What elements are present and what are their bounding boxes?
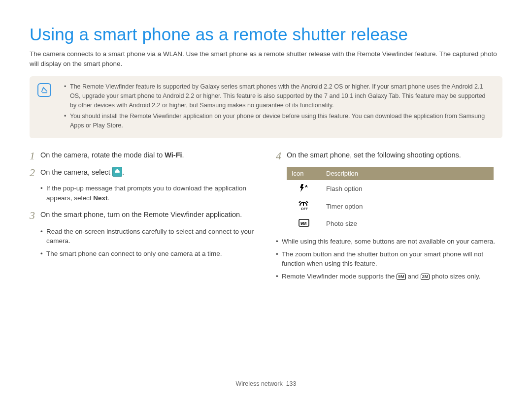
sub-text: and bbox=[406, 273, 421, 280]
step-number: 2 bbox=[30, 167, 40, 179]
step-2: 2 On the camera, select . bbox=[30, 167, 256, 179]
step-text: On the camera, select bbox=[40, 168, 112, 176]
right-column: 4 On the smart phone, set the following … bbox=[276, 150, 502, 288]
step-text: . bbox=[182, 151, 184, 159]
step-number: 3 bbox=[30, 210, 40, 221]
sub-text: If the pop-up message that prompts you t… bbox=[46, 185, 246, 202]
timer-off-icon: OFF bbox=[298, 201, 310, 211]
sub-bullet: The zoom button and the shutter button o… bbox=[276, 249, 502, 269]
table-header-row: Icon Description bbox=[287, 167, 494, 180]
sub-bullet: Remote Viewfinder mode supports the 9M a… bbox=[276, 272, 502, 281]
note-box: The Remote Viewfinder feature is support… bbox=[30, 76, 502, 138]
step-4: 4 On the smart phone, set the following … bbox=[276, 150, 502, 162]
step-number: 1 bbox=[30, 150, 40, 162]
cell-icon: OFF bbox=[287, 197, 321, 216]
step-body: On the smart phone, set the following sh… bbox=[287, 150, 502, 162]
svg-text:A: A bbox=[305, 184, 308, 188]
flash-auto-icon: A bbox=[299, 184, 309, 192]
next-label: Next bbox=[93, 194, 107, 202]
table-row: A Flash option bbox=[287, 180, 494, 197]
remote-viewfinder-app-icon bbox=[112, 167, 122, 177]
manual-page: Using a smart phone as a remote shutter … bbox=[0, 0, 532, 401]
wifi-label: Wi-Fi bbox=[165, 151, 182, 159]
photo-size-9m-icon: 9M bbox=[397, 274, 406, 280]
step-text: . bbox=[122, 168, 124, 176]
step-text: On the camera, rotate the mode dial to bbox=[40, 151, 165, 159]
cell-desc: Photo size bbox=[321, 216, 494, 232]
photo-size-9m-icon: 9M bbox=[299, 219, 309, 227]
header-icon: Icon bbox=[287, 167, 321, 180]
header-description: Description bbox=[321, 167, 494, 180]
svg-text:9M: 9M bbox=[300, 221, 307, 226]
footer-page-number: 133 bbox=[286, 380, 297, 387]
step-body: On the smart phone, turn on the Remote V… bbox=[40, 210, 256, 221]
options-table: Icon Description A Flash option OFF bbox=[287, 167, 494, 232]
note-item: The Remote Viewfinder feature is support… bbox=[64, 82, 493, 110]
cell-icon: A bbox=[287, 180, 321, 197]
step-3: 3 On the smart phone, turn on the Remote… bbox=[30, 210, 256, 221]
table-row: OFF Timer option bbox=[287, 197, 494, 216]
sub-bullet: Read the on-screen instructions carefull… bbox=[40, 227, 256, 246]
intro-paragraph: The camera connects to a smart phone via… bbox=[30, 49, 502, 68]
note-list: The Remote Viewfinder feature is support… bbox=[64, 82, 493, 130]
sub-text: . bbox=[108, 194, 110, 202]
cell-desc: Timer option bbox=[321, 197, 494, 216]
step-3-sub: Read the on-screen instructions carefull… bbox=[40, 227, 256, 259]
left-column: 1 On the camera, rotate the mode dial to… bbox=[30, 150, 256, 288]
svg-text:OFF: OFF bbox=[301, 207, 308, 211]
cell-icon: 9M bbox=[287, 216, 321, 232]
sub-bullet: If the pop-up message that prompts you t… bbox=[40, 184, 256, 203]
page-footer: Wireless network 133 bbox=[0, 380, 532, 387]
cell-desc: Flash option bbox=[321, 180, 494, 197]
step-1: 1 On the camera, rotate the mode dial to… bbox=[30, 150, 256, 162]
content-columns: 1 On the camera, rotate the mode dial to… bbox=[30, 150, 502, 288]
sub-text: photo sizes only. bbox=[430, 273, 480, 280]
step-body: On the camera, select . bbox=[40, 167, 256, 179]
step-2-sub: If the pop-up message that prompts you t… bbox=[40, 184, 256, 203]
note-icon bbox=[37, 83, 51, 97]
page-title: Using a smart phone as a remote shutter … bbox=[30, 25, 502, 44]
step-number: 4 bbox=[276, 150, 287, 162]
note-item: You should install the Remote Viewfinder… bbox=[64, 112, 493, 130]
sub-bullet: While using this feature, some buttons a… bbox=[276, 237, 502, 247]
photo-size-2m-icon: 2M bbox=[421, 274, 430, 280]
sub-text: Remote Viewfinder mode supports the bbox=[282, 273, 397, 280]
step-4-sub: While using this feature, some buttons a… bbox=[276, 237, 502, 281]
table-row: 9M Photo size bbox=[287, 216, 494, 232]
sub-bullet: The smart phone can connect to only one … bbox=[40, 249, 256, 259]
step-body: On the camera, rotate the mode dial to W… bbox=[40, 150, 256, 162]
footer-section: Wireless network bbox=[236, 380, 283, 387]
